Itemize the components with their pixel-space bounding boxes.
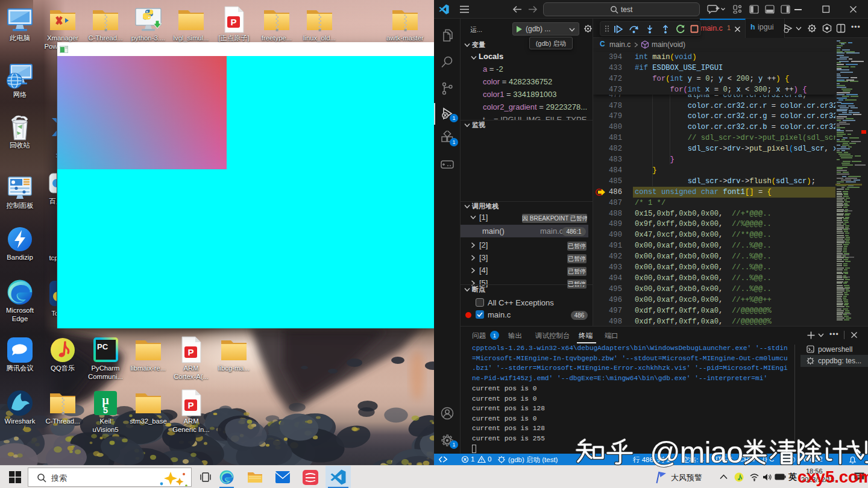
svg-text:5: 5: [103, 405, 108, 415]
svg-text:PC: PC: [97, 342, 108, 351]
svg-text:P: P: [187, 400, 193, 410]
svg-text:@miao: @miao: [650, 436, 743, 469]
svg-text:P: P: [187, 347, 193, 357]
svg-text:P: P: [230, 17, 236, 27]
